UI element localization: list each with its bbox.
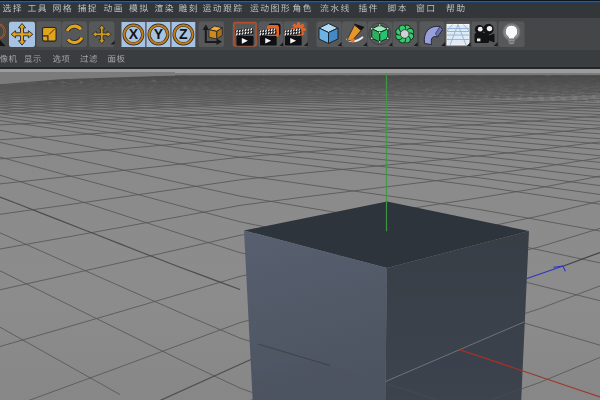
svg-text:Z: Z	[179, 26, 188, 42]
svg-text:Y: Y	[154, 26, 164, 42]
svg-text:X: X	[129, 26, 139, 42]
